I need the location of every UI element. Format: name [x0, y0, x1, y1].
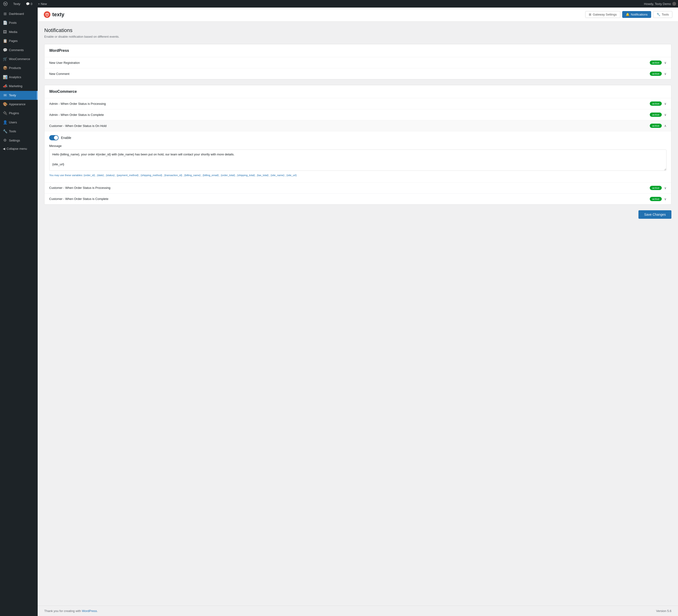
avatar: [672, 2, 676, 6]
plugin-header: texty ⊞ Gateway Settings 🔔 Notifications…: [38, 7, 678, 22]
new-comment-chevron[interactable]: ∨: [664, 72, 667, 76]
appearance-icon: 🎨: [3, 102, 7, 107]
sidebar-item-posts[interactable]: 📄 Posts: [0, 19, 38, 27]
plugins-icon: 🔌: [3, 111, 7, 116]
customer-processing-chevron[interactable]: ∨: [664, 186, 667, 190]
customer-processing-status: active: [650, 186, 662, 190]
toggle-row: Enable: [49, 135, 667, 140]
woocommerce-section-title: WooCommerce: [44, 85, 671, 98]
save-changes-button[interactable]: Save Changes: [638, 210, 671, 219]
customer-complete-chevron[interactable]: ∨: [664, 197, 667, 201]
admin-processing-chevron[interactable]: ∨: [664, 102, 667, 106]
comments-icon: 💬: [3, 47, 7, 53]
admin-bar-new[interactable]: + New: [37, 0, 48, 7]
admin-processing-actions: active ∨: [650, 102, 667, 106]
admin-processing-status: active: [650, 102, 662, 106]
tools-nav-icon: 🔧: [656, 13, 660, 16]
new-comment-label: New Comment: [49, 72, 650, 76]
notifications-button[interactable]: 🔔 Notifications: [622, 11, 651, 18]
sidebar-item-texty[interactable]: ✉ Texty: [0, 91, 38, 100]
notifications-nav-icon: 🔔: [626, 13, 630, 16]
new-user-registration-status: active: [650, 61, 662, 65]
svg-text:W: W: [4, 3, 7, 5]
admin-complete-row[interactable]: Admin - When Order Status is Complete ac…: [44, 109, 671, 120]
sidebar-item-woocommerce[interactable]: 🛒 WooCommerce: [0, 55, 38, 64]
plugin-logo: texty: [43, 11, 64, 19]
customer-on-hold-panel: Enable Message Hello {billing_name}, you…: [44, 132, 671, 182]
collapse-icon: ◀: [3, 147, 5, 150]
gateway-settings-button[interactable]: ⊞ Gateway Settings: [585, 11, 620, 18]
variables-hint: You may use these variables: {order_id} …: [49, 173, 667, 178]
admin-complete-status: active: [650, 113, 662, 117]
customer-on-hold-label: Customer - When Order Status is On Hold: [49, 124, 650, 128]
svg-point-3: [47, 14, 47, 14]
dashboard-icon: ⊞: [3, 11, 7, 16]
page-footer: Thank you for creating with WordPress. V…: [38, 606, 678, 616]
new-comment-row[interactable]: New Comment active ∨: [44, 68, 671, 79]
media-icon: 🖼: [3, 29, 7, 35]
pages-icon: 📋: [3, 38, 7, 43]
users-icon: 👤: [3, 120, 7, 125]
products-icon: 📦: [3, 66, 7, 71]
sidebar-item-products[interactable]: 📦 Products: [0, 64, 38, 73]
sidebar-item-dashboard[interactable]: ⊞ Dashboard: [0, 9, 38, 19]
new-user-registration-row[interactable]: New User Registration active ∨: [44, 57, 671, 68]
sidebar-item-appearance[interactable]: 🎨 Appearance: [0, 100, 38, 109]
tools-nav-button[interactable]: 🔧 Tools: [653, 11, 672, 18]
page-title: Notifications: [44, 27, 671, 33]
customer-processing-row[interactable]: Customer - When Order Status is Processi…: [44, 182, 671, 193]
wordpress-section: WordPress New User Registration active ∨…: [44, 44, 671, 79]
customer-complete-actions: active ∨: [650, 197, 667, 201]
new-user-registration-label: New User Registration: [49, 61, 650, 65]
message-textarea[interactable]: Hello {billing_name}, your order #{order…: [49, 149, 667, 171]
sidebar-item-plugins[interactable]: 🔌 Plugins: [0, 109, 38, 118]
sidebar-item-users[interactable]: 👤 Users: [0, 118, 38, 127]
customer-on-hold-status: active: [650, 123, 662, 128]
sidebar: ⊞ Dashboard 📄 Posts 🖼 Media 📋 Pages 💬 Co…: [0, 7, 38, 616]
new-comment-actions: active ∨: [650, 72, 667, 76]
new-user-registration-actions: active ∨: [650, 61, 667, 65]
admin-bar-comments[interactable]: 💬 0: [25, 0, 34, 7]
wordpress-section-title: WordPress: [44, 44, 671, 57]
customer-processing-label: Customer - When Order Status is Processi…: [49, 186, 650, 189]
woocommerce-icon: 🛒: [3, 57, 7, 62]
sidebar-item-comments[interactable]: 💬 Comments: [0, 46, 38, 55]
customer-on-hold-chevron[interactable]: ∧: [664, 124, 667, 128]
admin-bar-wp-logo[interactable]: W: [2, 0, 9, 7]
customer-complete-status: active: [650, 197, 662, 201]
comment-icon: 💬: [26, 2, 30, 6]
texty-icon: ✉: [3, 93, 7, 98]
footer-version: Version 5.6: [656, 609, 671, 613]
new-user-registration-chevron[interactable]: ∨: [664, 61, 667, 65]
collapse-menu[interactable]: ◀ Collapse menu: [0, 145, 38, 152]
admin-complete-chevron[interactable]: ∨: [664, 113, 667, 116]
customer-processing-actions: active ∨: [650, 186, 667, 190]
admin-processing-label: Admin - When Order Status is Processing: [49, 102, 650, 106]
enable-toggle[interactable]: [49, 135, 59, 140]
new-comment-status: active: [650, 72, 662, 76]
customer-complete-row[interactable]: Customer - When Order Status is Complete…: [44, 193, 671, 205]
customer-on-hold-row[interactable]: Customer - When Order Status is On Hold …: [44, 120, 671, 132]
customer-complete-label: Customer - When Order Status is Complete: [49, 197, 650, 201]
toggle-label: Enable: [61, 136, 71, 140]
admin-processing-row[interactable]: Admin - When Order Status is Processing …: [44, 98, 671, 109]
admin-bar-site-name[interactable]: Texty: [12, 0, 22, 7]
admin-bar: W Texty 💬 0 + New Howdy, Texty Demo: [0, 0, 678, 7]
tools-icon: 🔧: [3, 129, 7, 134]
save-row: Save Changes: [44, 210, 671, 219]
message-field-label: Message: [49, 144, 667, 148]
footer-credit-link[interactable]: WordPress: [82, 609, 97, 613]
sidebar-item-analytics[interactable]: 📊 Analytics: [0, 73, 38, 82]
sidebar-item-media[interactable]: 🖼 Media: [0, 28, 38, 36]
customer-on-hold-actions: active ∧: [650, 123, 667, 128]
sidebar-item-tools[interactable]: 🔧 Tools: [0, 127, 38, 136]
footer-credit: Thank you for creating with WordPress.: [44, 609, 98, 613]
page-content: Notifications Enable or disable notifica…: [38, 22, 678, 606]
settings-icon: ⚙: [3, 138, 7, 143]
page-subtitle: Enable or disable notification based on …: [44, 35, 671, 38]
wordpress-section-body: New User Registration active ∨ New Comme…: [44, 57, 671, 79]
sidebar-item-pages[interactable]: 📋 Pages: [0, 36, 38, 45]
plugin-nav: ⊞ Gateway Settings 🔔 Notifications 🔧 Too…: [585, 11, 672, 18]
sidebar-item-marketing[interactable]: 📣 Marketing: [0, 82, 38, 90]
sidebar-item-settings[interactable]: ⚙ Settings: [0, 136, 38, 145]
